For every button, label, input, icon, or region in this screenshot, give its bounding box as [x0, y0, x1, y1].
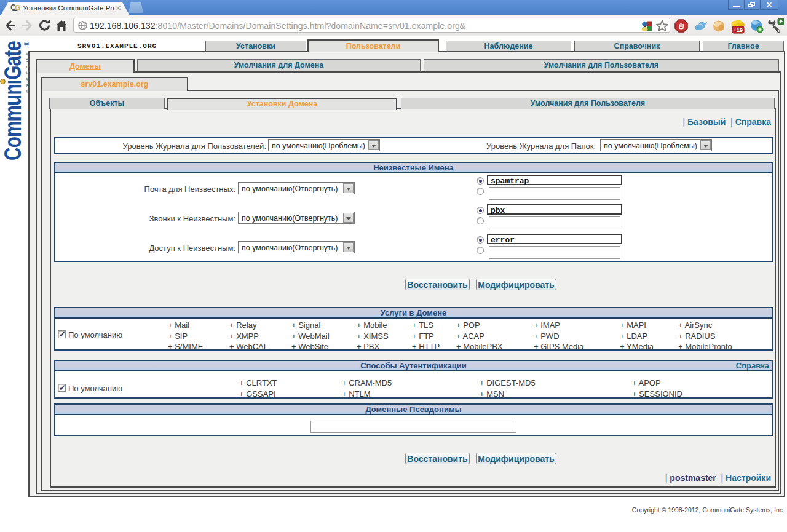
svg-text:+19: +19	[734, 27, 743, 33]
